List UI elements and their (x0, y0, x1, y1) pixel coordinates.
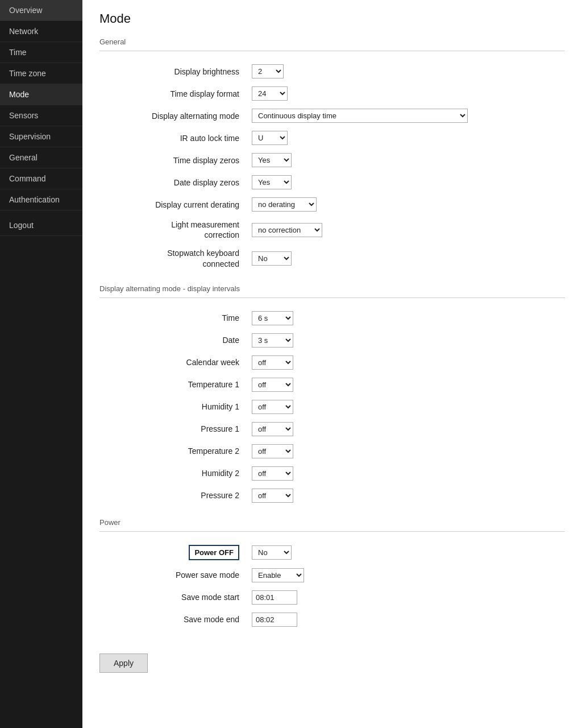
sidebar-label-authentication: Authentication (9, 195, 60, 204)
sidebar-item-authentication[interactable]: Authentication (0, 189, 82, 210)
row-pressure1: Pressure 1 off 1 s 2 s 3 s 6 s 10 s (99, 418, 565, 440)
sidebar-item-logout[interactable]: Logout (0, 215, 82, 236)
row-power-save-mode: Power save mode Enable Disable (99, 564, 565, 586)
sidebar-label-logout: Logout (9, 221, 34, 230)
sidebar-item-timezone[interactable]: Time zone (0, 63, 82, 84)
label-save-mode-start: Save mode start (99, 586, 247, 609)
label-pressure1: Pressure 1 (99, 418, 247, 440)
sidebar-label-sensors: Sensors (9, 111, 38, 120)
power-section: Power Power OFF No Yes Power save mode (99, 518, 565, 631)
select-temperature1[interactable]: off 1 s 2 s 3 s 6 s 10 s (252, 378, 293, 392)
row-ir-auto-lock: IR auto lock time U 1 2 5 10 (99, 127, 565, 149)
select-display-brightness[interactable]: 1 2 3 4 5 (252, 64, 284, 78)
row-save-mode-start: Save mode start (99, 586, 565, 609)
row-temperature1: Temperature 1 off 1 s 2 s 3 s 6 s 10 s (99, 374, 565, 396)
row-date-interval: Date off 1 s 2 s 3 s 6 s 10 s (99, 329, 565, 351)
sidebar-label-timezone: Time zone (9, 69, 46, 78)
sidebar-item-overview[interactable]: Overview (0, 0, 82, 21)
label-time-display-format: Time display format (99, 82, 247, 105)
power-section-label: Power (99, 518, 565, 527)
label-stopwatch-keyboard: Stopwatch keyboardconnected (99, 244, 247, 272)
select-humidity1[interactable]: off 1 s 2 s 3 s 6 s 10 s (252, 400, 293, 414)
label-ir-auto-lock: IR auto lock time (99, 127, 247, 149)
row-time-display-zeros: Time display zeros Yes No (99, 149, 565, 171)
sidebar-label-network: Network (9, 27, 38, 36)
label-display-current-derating: Display current derating (99, 193, 247, 216)
row-date-display-zeros: Date display zeros Yes No (99, 171, 565, 193)
select-power-save-mode[interactable]: Enable Disable (252, 568, 304, 582)
label-save-mode-end: Save mode end (99, 609, 247, 631)
sidebar-label-mode: Mode (9, 90, 29, 99)
sidebar-label-command: Command (9, 174, 46, 183)
sidebar-item-supervision[interactable]: Supervision (0, 126, 82, 147)
label-power-off: Power OFF (194, 548, 234, 557)
power-divider (99, 531, 565, 532)
input-save-mode-end[interactable] (252, 613, 297, 627)
label-display-brightness: Display brightness (99, 60, 247, 82)
row-display-current-derating: Display current derating no derating der… (99, 193, 565, 216)
sidebar-label-overview: Overview (9, 6, 42, 15)
select-date-display-zeros[interactable]: Yes No (252, 175, 292, 189)
sidebar-item-general[interactable]: General (0, 147, 82, 168)
intervals-section-label: Display alternating mode - display inter… (99, 284, 565, 293)
label-temperature1: Temperature 1 (99, 374, 247, 396)
intervals-form-table: Time off 1 s 2 s 3 s 6 s 10 s Date (99, 307, 565, 507)
row-power-off: Power OFF No Yes (99, 541, 565, 564)
sidebar-item-command[interactable]: Command (0, 168, 82, 189)
label-humidity2: Humidity 2 (99, 462, 247, 485)
select-power-off[interactable]: No Yes (252, 545, 292, 560)
power-off-highlight: Power OFF (189, 545, 239, 560)
sidebar-item-time[interactable]: Time (0, 42, 82, 63)
general-section: General Display brightness 1 2 3 4 5 Tim… (99, 38, 565, 273)
label-power-save-mode: Power save mode (99, 564, 247, 586)
label-date-display-zeros: Date display zeros (99, 171, 247, 193)
input-save-mode-start[interactable] (252, 590, 297, 605)
select-stopwatch-keyboard[interactable]: No Yes (252, 251, 292, 266)
row-stopwatch-keyboard: Stopwatch keyboardconnected No Yes (99, 244, 565, 272)
main-content: Mode General Display brightness 1 2 3 4 … (82, 0, 582, 728)
sidebar-item-sensors[interactable]: Sensors (0, 105, 82, 126)
select-calendar-week[interactable]: off 1 s 2 s 3 s 6 s 10 s (252, 355, 293, 370)
select-temperature2[interactable]: off 1 s 2 s 3 s 6 s 10 s (252, 444, 293, 458)
label-pressure2: Pressure 2 (99, 485, 247, 507)
general-section-label: General (99, 38, 565, 46)
label-calendar-week: Calendar week (99, 351, 247, 374)
row-humidity1: Humidity 1 off 1 s 2 s 3 s 6 s 10 s (99, 396, 565, 418)
select-display-current-derating[interactable]: no derating derating (252, 197, 317, 212)
select-time-display-zeros[interactable]: Yes No (252, 153, 292, 167)
select-time-interval[interactable]: off 1 s 2 s 3 s 6 s 10 s (252, 311, 293, 325)
row-temperature2: Temperature 2 off 1 s 2 s 3 s 6 s 10 s (99, 440, 565, 462)
select-pressure1[interactable]: off 1 s 2 s 3 s 6 s 10 s (252, 422, 293, 436)
intervals-divider (99, 297, 565, 298)
row-light-measurement-correction: Light measurementcorrection no correctio… (99, 216, 565, 244)
select-pressure2[interactable]: off 1 s 2 s 3 s 6 s 10 s (252, 489, 293, 503)
row-calendar-week: Calendar week off 1 s 2 s 3 s 6 s 10 s (99, 351, 565, 374)
label-light-measurement-correction: Light measurementcorrection (99, 216, 247, 244)
label-date-interval: Date (99, 329, 247, 351)
apply-button[interactable]: Apply (99, 653, 148, 673)
row-time-display-format: Time display format 12 24 (99, 82, 565, 105)
row-display-brightness: Display brightness 1 2 3 4 5 (99, 60, 565, 82)
select-ir-auto-lock[interactable]: U 1 2 5 10 (252, 131, 288, 145)
sidebar-label-general: General (9, 153, 38, 162)
label-humidity1: Humidity 1 (99, 396, 247, 418)
row-time-interval: Time off 1 s 2 s 3 s 6 s 10 s (99, 307, 565, 329)
sidebar-item-network[interactable]: Network (0, 21, 82, 42)
select-humidity2[interactable]: off 1 s 2 s 3 s 6 s 10 s (252, 466, 293, 481)
power-form-table: Power OFF No Yes Power save mode Enable … (99, 541, 565, 631)
sidebar-label-time: Time (9, 48, 27, 57)
select-light-measurement-correction[interactable]: no correction correction (252, 223, 322, 237)
select-display-alternating-mode[interactable]: Continuous display time Alternating disp… (252, 109, 468, 123)
label-time-interval: Time (99, 307, 247, 329)
general-divider (99, 51, 565, 51)
sidebar: Overview Network Time Time zone Mode Sen… (0, 0, 82, 728)
page-title: Mode (99, 11, 565, 26)
row-humidity2: Humidity 2 off 1 s 2 s 3 s 6 s 10 s (99, 462, 565, 485)
sidebar-label-supervision: Supervision (9, 132, 51, 141)
select-time-display-format[interactable]: 12 24 (252, 86, 288, 101)
sidebar-item-mode[interactable]: Mode (0, 84, 82, 105)
label-temperature2: Temperature 2 (99, 440, 247, 462)
row-pressure2: Pressure 2 off 1 s 2 s 3 s 6 s 10 s (99, 485, 565, 507)
select-date-interval[interactable]: off 1 s 2 s 3 s 6 s 10 s (252, 333, 293, 348)
label-time-display-zeros: Time display zeros (99, 149, 247, 171)
